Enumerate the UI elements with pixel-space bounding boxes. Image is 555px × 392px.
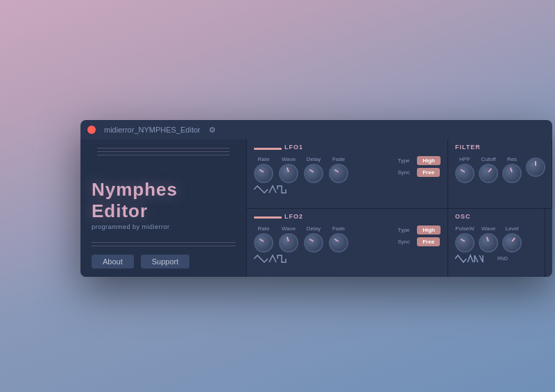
lfo2-rate-knob[interactable] bbox=[254, 233, 273, 253]
window-title: midierror_NYMPHES_Editor bbox=[104, 126, 200, 134]
filter-hpf-knob[interactable] bbox=[455, 164, 475, 183]
lfo1-label: LFO1 bbox=[284, 144, 303, 151]
lfo2-type-sync: Type High Sync Free bbox=[398, 225, 441, 246]
lfo1-fade-label: Fade bbox=[332, 156, 345, 162]
lfo2-wave-display bbox=[254, 253, 441, 264]
lfo2-knob-row: Rate Wave Delay bbox=[254, 225, 391, 253]
lfo1-rate-label: Rate bbox=[258, 156, 270, 162]
lfo1-fade-group: Fade bbox=[329, 156, 348, 183]
lfo2-fade-knob[interactable] bbox=[329, 233, 348, 253]
filter-hpf-label: HPF bbox=[459, 156, 470, 162]
lfo2-label-bar: LFO2 bbox=[254, 213, 441, 223]
lfo2-delay-label: Delay bbox=[307, 225, 321, 232]
lfo2-sync-row: Sync Free bbox=[398, 237, 441, 246]
lfo1-fade-knob[interactable] bbox=[329, 164, 348, 183]
lfo1-section: LFO1 Rate Wave bbox=[247, 139, 448, 208]
main-window: midierror_NYMPHES_Editor ⚙ Nymphes Edito… bbox=[80, 120, 552, 277]
lfo1-sync-button[interactable]: Free bbox=[417, 168, 440, 177]
filter-res-group: Res bbox=[502, 156, 522, 183]
osc-pulsew-group: PulseW bbox=[455, 225, 475, 253]
close-button[interactable] bbox=[87, 126, 96, 134]
filter-extra-group bbox=[526, 156, 545, 177]
lfo2-fade-group: Fade bbox=[329, 225, 348, 253]
lfo2-waveform-svg bbox=[254, 254, 296, 264]
app-subtitle: programmed by midierror bbox=[92, 223, 170, 230]
lfo1-type-button[interactable]: High bbox=[417, 156, 441, 165]
filter-res-knob[interactable] bbox=[502, 164, 522, 183]
lfo1-type-sync: Type High Sync Free bbox=[398, 156, 441, 177]
titlebar: midierror_NYMPHES_Editor ⚙ bbox=[80, 120, 552, 139]
osc-waveform-svg bbox=[455, 254, 493, 264]
panel-top-lines bbox=[92, 148, 235, 158]
panel-buttons: About Support bbox=[92, 255, 189, 269]
lfo2-fade-label: Fade bbox=[332, 225, 345, 232]
lfo2-delay-knob[interactable] bbox=[304, 233, 323, 253]
lfo1-delay-knob[interactable] bbox=[304, 164, 323, 183]
decorative-line-1 bbox=[97, 148, 230, 148]
lfo1-label-bar: LFO1 bbox=[254, 144, 441, 153]
osc-wave-knob[interactable] bbox=[479, 233, 498, 253]
osc-pulsew-knob[interactable] bbox=[455, 233, 475, 253]
osc-level-label: Level bbox=[505, 225, 518, 232]
filter-section: FILTER HPF Cutoff Res bbox=[448, 139, 552, 208]
osc-rnd-label: RND bbox=[497, 256, 508, 261]
lfo2-rate-group: Rate bbox=[254, 225, 273, 253]
osc-section: OSC PulseW Wave Level bbox=[448, 209, 545, 278]
lfo2-wave-knob[interactable] bbox=[279, 233, 298, 253]
main-content: Nymphes Editor programmed by midierror A… bbox=[80, 139, 552, 277]
panel-bottom-lines bbox=[92, 242, 235, 249]
lfo1-controls: Rate Wave Delay bbox=[254, 156, 441, 183]
left-panel: Nymphes Editor programmed by midierror A… bbox=[80, 139, 247, 277]
filter-cutoff-label: Cutoff bbox=[481, 156, 495, 162]
lfo1-type-label: Type bbox=[398, 157, 414, 164]
support-button[interactable]: Support bbox=[141, 255, 190, 269]
lfo1-waveform-svg bbox=[254, 185, 296, 194]
lfo2-sync-button[interactable]: Free bbox=[417, 237, 440, 246]
osc-pulsew-label: PulseW bbox=[455, 225, 475, 232]
lfo1-sync-label: Sync bbox=[398, 169, 414, 176]
synth-row-2: LFO2 Rate Wave bbox=[247, 209, 552, 278]
lfo1-wave-group: Wave bbox=[279, 156, 298, 183]
app-title: Nymphes Editor bbox=[92, 179, 235, 222]
filter-res-label: Res bbox=[507, 156, 517, 162]
synth-row-1: LFO1 Rate Wave bbox=[247, 139, 552, 209]
lfo1-wave-knob[interactable] bbox=[279, 164, 298, 183]
about-button[interactable]: About bbox=[92, 255, 134, 269]
decorative-line-2 bbox=[97, 151, 230, 152]
osc-level-knob[interactable] bbox=[502, 233, 522, 253]
osc-label-bar: OSC bbox=[455, 213, 538, 223]
filter-hpf-group: HPF bbox=[455, 156, 475, 183]
lfo1-knob-row: Rate Wave Delay bbox=[254, 156, 391, 183]
lfo1-rate-group: Rate bbox=[254, 156, 273, 183]
filter-label-bar: FILTER bbox=[455, 144, 545, 153]
osc-wave-display: RND bbox=[455, 253, 538, 264]
lfo2-type-button[interactable]: High bbox=[417, 225, 441, 235]
osc-wave-label: Wave bbox=[481, 225, 495, 232]
lfo2-delay-group: Delay bbox=[304, 225, 323, 253]
osc-knob-row: PulseW Wave Level bbox=[455, 225, 538, 253]
lfo1-rate-knob[interactable] bbox=[254, 164, 273, 183]
lfo2-rate-label: Rate bbox=[258, 225, 270, 232]
decorative-line-3 bbox=[97, 155, 230, 155]
lfo2-type-row: Type High bbox=[398, 225, 441, 235]
filter-label: FILTER bbox=[455, 144, 481, 151]
lfo2-accent-bar bbox=[254, 216, 282, 219]
osc-level-group: Level bbox=[502, 225, 522, 253]
lfo2-type-label: Type bbox=[398, 227, 414, 233]
lfo2-wave-label: Wave bbox=[282, 225, 296, 232]
lfo1-wave-display bbox=[254, 183, 441, 194]
lfo2-controls: Rate Wave Delay bbox=[254, 225, 441, 253]
lfo2-sync-label: Sync bbox=[398, 239, 414, 245]
lfo1-sync-row: Sync Free bbox=[398, 168, 441, 177]
decorative-line-5 bbox=[92, 246, 235, 246]
filter-cutoff-knob[interactable] bbox=[479, 164, 498, 183]
lfo1-accent-bar bbox=[254, 148, 282, 150]
filter-extra-knob[interactable] bbox=[526, 157, 545, 177]
osc-wave-group: Wave bbox=[479, 225, 498, 253]
osc-label: OSC bbox=[455, 213, 471, 220]
lfo2-wave-group: Wave bbox=[279, 225, 298, 253]
filter-knob-row: HPF Cutoff Res bbox=[455, 156, 545, 183]
decorative-line-4 bbox=[92, 242, 235, 243]
filter-cutoff-group: Cutoff bbox=[479, 156, 498, 183]
lfo1-delay-label: Delay bbox=[307, 156, 321, 162]
